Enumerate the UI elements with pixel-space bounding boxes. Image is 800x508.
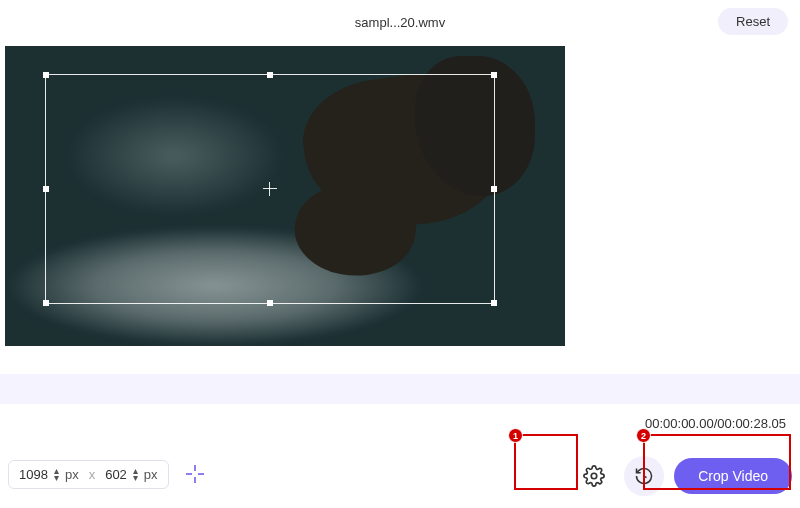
history-icon: [634, 466, 654, 486]
annotation-badge-1: 1: [508, 428, 523, 443]
crop-handle-top-center[interactable]: [267, 72, 273, 78]
file-name: sampl...20.wmv: [355, 15, 445, 30]
height-unit: px: [144, 467, 158, 482]
reset-button[interactable]: Reset: [718, 8, 788, 35]
header: sampl...20.wmv Reset: [0, 0, 800, 44]
crop-frame[interactable]: [45, 74, 495, 304]
crop-handle-bottom-left[interactable]: [43, 300, 49, 306]
crop-handle-right-center[interactable]: [491, 186, 497, 192]
crop-handle-bottom-right[interactable]: [491, 300, 497, 306]
svg-line-6: [644, 476, 647, 478]
time-current: 00:00:00.00: [645, 416, 714, 431]
gear-icon: [583, 465, 605, 487]
width-unit: px: [65, 467, 79, 482]
settings-button[interactable]: [574, 456, 614, 496]
video-preview[interactable]: [5, 46, 565, 346]
timeline-bar: [0, 374, 800, 404]
crop-handle-top-left[interactable]: [43, 72, 49, 78]
height-stepper[interactable]: ▴▾: [133, 467, 138, 481]
aspect-ratio-icon[interactable]: [181, 460, 209, 488]
crop-handle-bottom-center[interactable]: [267, 300, 273, 306]
height-value[interactable]: 602: [105, 467, 127, 482]
history-button[interactable]: [624, 456, 664, 496]
annotation-badge-2: 2: [636, 428, 651, 443]
crop-handle-top-right[interactable]: [491, 72, 497, 78]
svg-point-4: [591, 473, 597, 479]
dimensions-input[interactable]: 1098 ▴▾ px x 602 ▴▾ px: [8, 460, 169, 489]
width-value[interactable]: 1098: [19, 467, 48, 482]
right-controls: Crop Video: [574, 456, 792, 496]
time-display: 00:00:00.00/00:00:28.05: [645, 416, 786, 431]
time-total: 00:00:28.05: [717, 416, 786, 431]
dimension-separator: x: [85, 467, 100, 482]
crop-center-cross[interactable]: [263, 182, 277, 196]
crop-video-button[interactable]: Crop Video: [674, 458, 792, 494]
crop-handle-left-center[interactable]: [43, 186, 49, 192]
width-stepper[interactable]: ▴▾: [54, 467, 59, 481]
